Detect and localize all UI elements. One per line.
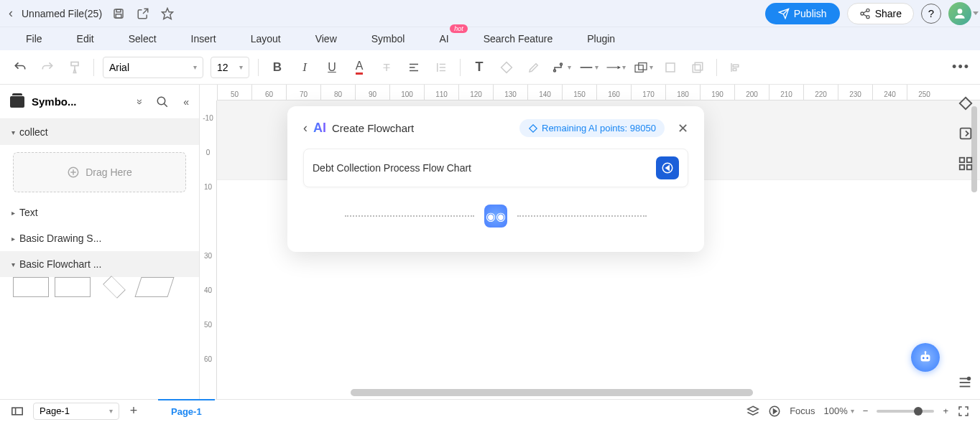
font-color-icon[interactable]: A	[349, 57, 369, 78]
fill-icon[interactable]	[496, 57, 517, 78]
sidebar-section-basic-drawing[interactable]: ▸Basic Drawing S...	[0, 225, 199, 251]
menu-ai[interactable]: AI hot	[439, 33, 448, 44]
star-icon[interactable]	[160, 6, 175, 22]
share-label: Share	[875, 8, 902, 19]
ai-send-button[interactable]	[656, 156, 679, 179]
separator	[716, 59, 717, 76]
fullscreen-icon[interactable]	[957, 405, 970, 418]
menu-layout[interactable]: Layout	[251, 33, 281, 44]
export-panel-icon[interactable]	[957, 125, 974, 142]
menu-symbol[interactable]: Symbol	[371, 33, 405, 44]
avatar[interactable]	[948, 2, 971, 25]
svg-rect-24	[693, 65, 701, 72]
collapse-icon[interactable]: «	[183, 96, 189, 108]
font-name: Arial	[109, 62, 129, 73]
close-icon[interactable]: ✕	[678, 121, 688, 136]
shape-diamond[interactable]	[96, 277, 132, 297]
shape-rectangle[interactable]	[13, 277, 49, 297]
align-left-icon[interactable]	[726, 57, 746, 78]
zoom-slider[interactable]	[877, 410, 934, 413]
redo-icon[interactable]	[37, 57, 57, 78]
grid-icon[interactable]	[957, 155, 974, 172]
caret-icon: ▾	[193, 63, 197, 71]
ai-back-icon[interactable]: ‹	[303, 121, 308, 136]
page-dropdown[interactable]: Page-1▾	[33, 403, 119, 420]
undo-icon[interactable]	[10, 57, 30, 78]
zoom-out-button[interactable]: −	[863, 405, 869, 416]
publish-button[interactable]: Publish	[765, 3, 840, 24]
arrow-style-icon[interactable]: ▾	[606, 57, 626, 78]
align-icon[interactable]	[404, 57, 424, 78]
menu-ai-label: AI	[439, 33, 448, 44]
focus-button[interactable]: Focus	[790, 405, 815, 416]
svg-marker-3	[162, 8, 173, 19]
menu-search-feature[interactable]: Search Feature	[484, 33, 553, 44]
share-button[interactable]: Share	[847, 3, 914, 24]
drag-label: Drag Here	[85, 167, 132, 178]
page-tab-label: Page-1	[171, 406, 202, 417]
help-icon[interactable]: ?	[921, 4, 941, 24]
layers-icon[interactable]	[688, 57, 708, 78]
bold-icon[interactable]: B	[267, 57, 287, 78]
line-style-icon[interactable]: ▾	[578, 57, 598, 78]
drag-area[interactable]: Drag Here	[13, 152, 186, 192]
more-icon[interactable]: •••	[952, 60, 970, 75]
menu-file[interactable]: File	[26, 33, 42, 44]
export-icon[interactable]	[135, 6, 151, 22]
text-tool-icon[interactable]: T	[469, 57, 489, 78]
format-painter-icon[interactable]	[65, 57, 85, 78]
svg-rect-28	[733, 68, 736, 70]
svg-point-6	[866, 15, 869, 18]
settings-list-icon[interactable]	[957, 375, 973, 390]
crop-icon[interactable]	[660, 57, 680, 78]
ai-input[interactable]	[313, 162, 649, 174]
shape-style-icon[interactable]: ▾	[633, 57, 653, 78]
save-icon[interactable]	[111, 6, 126, 22]
line-spacing-icon[interactable]	[431, 57, 451, 78]
ai-points-badge[interactable]: Remaining AI points: 98050	[519, 119, 665, 137]
layers-button[interactable]	[746, 405, 759, 418]
shape-rectangle[interactable]	[55, 277, 91, 297]
search-icon[interactable]	[156, 95, 169, 108]
svg-rect-39	[967, 165, 971, 169]
svg-rect-15	[501, 62, 512, 72]
svg-point-50	[925, 351, 927, 353]
focus-label: Focus	[790, 405, 815, 416]
ai-assistant-bubble[interactable]	[911, 343, 940, 372]
publish-label: Publish	[794, 8, 827, 19]
sidebar-section-collect[interactable]: ▾collect	[0, 119, 199, 145]
present-button[interactable]	[768, 405, 781, 418]
svg-rect-35	[961, 128, 971, 139]
italic-icon[interactable]: I	[295, 57, 315, 78]
shape-parallelogram[interactable]	[134, 277, 174, 297]
back-icon[interactable]: ‹	[9, 6, 13, 21]
menu-view[interactable]: View	[315, 33, 337, 44]
zoom-level[interactable]: 100% ▾	[824, 405, 854, 416]
underline-icon[interactable]: U	[322, 57, 342, 78]
menu-select[interactable]: Select	[129, 33, 157, 44]
font-select[interactable]: Arial▾	[103, 57, 203, 78]
triangle-right-icon: ▸	[11, 235, 15, 243]
svg-point-47	[923, 357, 925, 360]
triangle-down-icon: ▾	[11, 261, 15, 268]
scrollbar-horizontal[interactable]	[351, 389, 753, 396]
add-page-button[interactable]: +	[125, 403, 142, 420]
svg-marker-53	[748, 406, 759, 412]
page-dd-label: Page-1	[40, 405, 70, 416]
connector-icon[interactable]: ▾	[551, 57, 571, 78]
pages-icon[interactable]	[7, 401, 27, 421]
zoom-in-button[interactable]: +	[943, 405, 948, 416]
page-tab[interactable]: Page-1	[158, 399, 215, 422]
sidebar-section-basic-flowchart[interactable]: ▾Basic Flowchart ...	[0, 251, 199, 277]
svg-point-43	[968, 378, 971, 380]
font-size-select[interactable]: 12▾	[211, 57, 249, 78]
theme-icon[interactable]	[957, 95, 974, 112]
menu-plugin[interactable]: Plugin	[587, 33, 615, 44]
clear-format-icon[interactable]: T	[376, 57, 397, 78]
menu-insert[interactable]: Insert	[191, 33, 216, 44]
pen-icon[interactable]	[524, 57, 544, 78]
menu-edit[interactable]: Edit	[77, 33, 94, 44]
sidebar-section-text[interactable]: ▸Text	[0, 200, 199, 225]
ai-loading: ◉◉	[303, 205, 688, 228]
chevron-icon[interactable]: »	[134, 99, 146, 105]
